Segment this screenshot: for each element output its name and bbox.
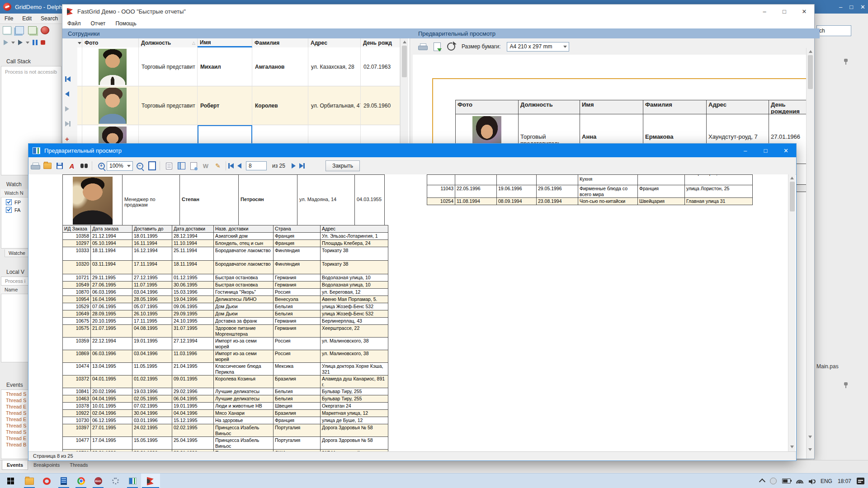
employee-row[interactable]: Торговый представит Михаил Амгаланов ул.… xyxy=(77,47,400,86)
tray-expand-icon[interactable] xyxy=(759,479,765,485)
taskbar-rad-studio[interactable]: RAD xyxy=(90,474,107,488)
modal-close-button[interactable]: ✕ xyxy=(776,144,796,157)
taskbar-opera[interactable] xyxy=(38,474,55,488)
scroll-down-icon[interactable] xyxy=(808,436,812,438)
column-header-position[interactable]: Должность△ xyxy=(139,38,198,47)
taskbar-file-explorer[interactable] xyxy=(21,474,38,488)
start-button[interactable] xyxy=(2,474,19,488)
print-icon[interactable] xyxy=(418,43,427,50)
taskbar-preview-app[interactable] xyxy=(124,474,141,488)
pin-icon[interactable] xyxy=(844,59,848,65)
scrollbar-thumb[interactable] xyxy=(790,182,795,211)
run-dropdown2-icon[interactable] xyxy=(26,42,29,44)
save-icon[interactable] xyxy=(57,163,63,169)
first-page-icon[interactable] xyxy=(228,163,234,169)
nav-insert-icon[interactable]: + xyxy=(65,135,69,143)
save-all-icon[interactable] xyxy=(28,26,37,34)
paper-size-select[interactable]: A4 210 x 297 mm xyxy=(507,42,569,52)
run-dropdown-icon[interactable] xyxy=(11,42,15,44)
scroll-down-icon[interactable] xyxy=(808,448,812,451)
scroll-up-icon[interactable] xyxy=(403,41,406,43)
run-icon[interactable] xyxy=(4,40,8,45)
column-header-birthday[interactable]: День рожд xyxy=(361,38,400,47)
notification-center-icon[interactable] xyxy=(857,478,864,484)
column-header-lastname[interactable]: Фамилия xyxy=(252,38,308,47)
column-header-firstname[interactable]: Имя xyxy=(198,38,252,47)
taskbar-chrome[interactable] xyxy=(72,474,90,488)
fastgrid-close-button[interactable]: ✕ xyxy=(794,5,814,19)
fastgrid-minimize-button[interactable]: – xyxy=(755,5,774,19)
outline-icon[interactable] xyxy=(166,163,172,169)
editor-tab-label[interactable]: Main.pas xyxy=(816,363,839,370)
run-without-debug-icon[interactable] xyxy=(18,40,23,45)
taskbar-fastgrid[interactable] xyxy=(141,474,160,488)
edit-page-icon[interactable]: ✎ xyxy=(215,162,221,169)
column-header-address[interactable]: Адрес xyxy=(308,38,361,47)
delphi-maximize-button[interactable]: □ xyxy=(849,4,853,10)
tab-events[interactable]: Events xyxy=(2,460,28,470)
page-settings-icon[interactable] xyxy=(190,162,197,170)
print-icon[interactable] xyxy=(31,163,40,169)
new-file-icon[interactable] xyxy=(3,26,11,34)
clock[interactable]: 18:07 xyxy=(838,478,851,484)
pin-icon[interactable] xyxy=(844,382,848,389)
open-icon[interactable] xyxy=(43,163,52,169)
menu-item-search[interactable]: Search xyxy=(36,15,62,22)
nav-next-icon[interactable] xyxy=(65,106,69,112)
next-page-icon[interactable] xyxy=(292,163,296,169)
tray-app-icon[interactable] xyxy=(770,478,777,484)
checkbox-checked-icon[interactable] xyxy=(6,207,12,213)
scrollbar-thumb[interactable] xyxy=(808,55,813,89)
checkbox-checked-icon[interactable] xyxy=(6,199,12,205)
language-indicator[interactable]: ENG xyxy=(821,478,832,484)
employee-row[interactable]: Торговый представит Роберт Королев ул. О… xyxy=(77,86,400,125)
export-icon[interactable] xyxy=(434,42,441,51)
scroll-up-icon[interactable] xyxy=(790,177,794,179)
zoom-select[interactable]: 100% xyxy=(107,161,133,171)
stop-icon[interactable] xyxy=(41,40,45,45)
wifi-icon[interactable] xyxy=(796,479,803,483)
delphi-minimize-button[interactable]: – xyxy=(839,4,842,10)
close-preview-button[interactable]: Закрыть xyxy=(326,160,360,171)
fastgrid-maximize-button[interactable]: □ xyxy=(774,5,794,19)
column-header-photo[interactable]: Фото xyxy=(82,38,139,47)
tab-threads[interactable]: Threads xyxy=(65,460,92,469)
nav-last-icon[interactable] xyxy=(65,121,71,127)
refresh-icon[interactable] xyxy=(447,42,455,51)
menu-item[interactable]: Файл xyxy=(62,20,86,27)
volume-icon[interactable] xyxy=(809,479,815,484)
page-number-input[interactable]: 8 xyxy=(246,161,267,170)
nav-first-icon[interactable] xyxy=(65,76,71,82)
scroll-down-icon[interactable] xyxy=(790,446,794,448)
delphi-close-button[interactable]: ✕ xyxy=(860,4,865,10)
thumbnails-icon[interactable] xyxy=(178,162,185,169)
zoom-in-icon[interactable]: + xyxy=(98,163,105,169)
menu-item-edit[interactable]: Edit xyxy=(18,15,36,22)
preview-vertical-scrollbar[interactable] xyxy=(806,48,814,459)
modal-vertical-scrollbar[interactable] xyxy=(788,174,795,451)
pause-icon[interactable] xyxy=(33,40,38,45)
scroll-up-icon[interactable] xyxy=(809,50,812,53)
taskbar-settings[interactable] xyxy=(107,474,124,488)
menu-item[interactable]: Помощь xyxy=(110,20,141,27)
modal-maximize-button[interactable]: □ xyxy=(755,144,776,157)
pdf-export-icon[interactable]: A xyxy=(70,162,75,170)
filter-funnel-icon[interactable] xyxy=(77,38,82,47)
whole-page-icon[interactable] xyxy=(148,161,156,170)
menu-item-file[interactable]: File xyxy=(0,15,18,22)
zoom-out-icon[interactable]: − xyxy=(137,163,143,169)
last-page-icon[interactable] xyxy=(299,163,305,169)
prev-page-icon[interactable] xyxy=(237,163,241,169)
tab-watches[interactable]: Watche xyxy=(5,249,29,257)
open-project-icon[interactable] xyxy=(15,26,24,34)
taskbar-remote-app[interactable] xyxy=(55,474,72,488)
search-input[interactable]: ch xyxy=(816,25,851,36)
compile-icon[interactable] xyxy=(41,26,49,34)
scrollbar-thumb[interactable] xyxy=(402,46,407,77)
modal-minimize-button[interactable]: – xyxy=(735,144,755,157)
menu-item[interactable]: Отчет xyxy=(86,20,111,27)
nav-prior-icon[interactable] xyxy=(65,91,69,97)
battery-icon[interactable] xyxy=(782,479,791,483)
tab-breakpoints[interactable]: Breakpoints xyxy=(29,460,64,469)
find-icon[interactable] xyxy=(80,164,88,168)
